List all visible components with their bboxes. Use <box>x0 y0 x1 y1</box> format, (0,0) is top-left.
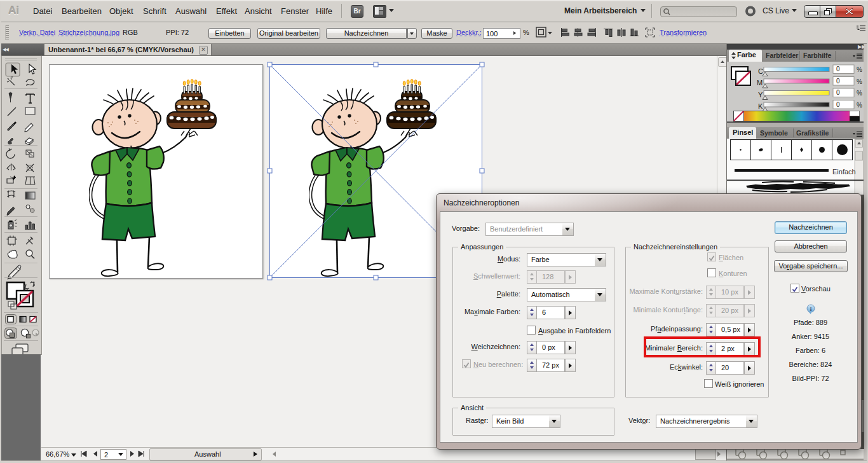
svg-text:M: M <box>757 79 763 86</box>
svg-text:0: 0 <box>836 89 840 96</box>
svg-text:%: % <box>857 102 862 109</box>
svg-text:%: % <box>857 90 862 97</box>
svg-text:Y: Y <box>758 91 763 99</box>
svg-text:0: 0 <box>836 78 840 85</box>
svg-text:%: % <box>857 78 862 85</box>
svg-text:C: C <box>758 67 763 75</box>
svg-text:K: K <box>758 102 763 110</box>
svg-text:Einfach: Einfach <box>832 168 856 176</box>
svg-text:0: 0 <box>836 66 840 73</box>
svg-text:%: % <box>857 66 862 73</box>
svg-text:0: 0 <box>836 101 840 108</box>
